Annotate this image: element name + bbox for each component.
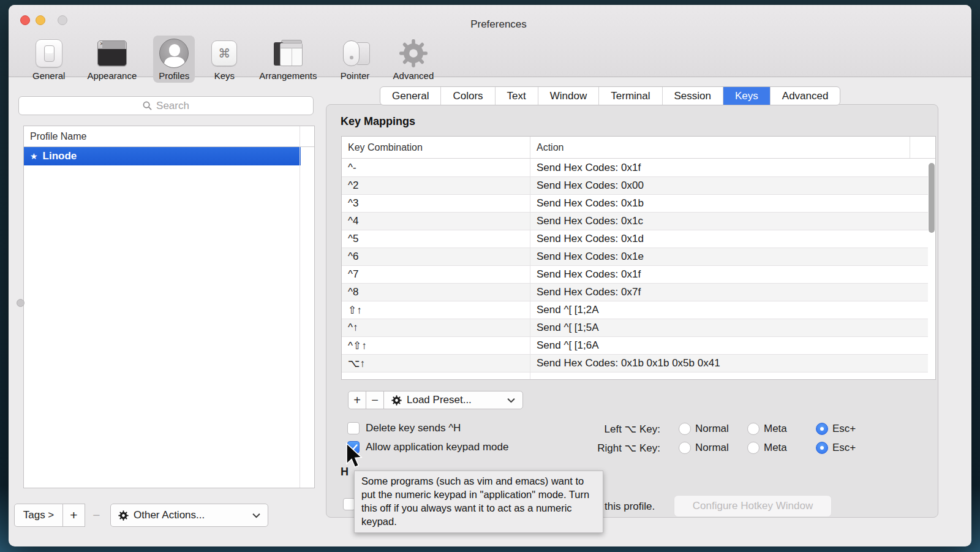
chevron-down-icon	[252, 513, 260, 518]
tab-keys[interactable]: Keys	[723, 87, 771, 105]
search-input[interactable]: Search	[18, 96, 314, 115]
table-row[interactable]: ⇧↑Send ^[ [1;2A	[342, 301, 928, 319]
right-option-esc-label: Esc+	[832, 442, 856, 454]
tab-terminal[interactable]: Terminal	[599, 87, 662, 105]
profile-row-linode[interactable]: ★ Linode	[24, 147, 301, 165]
right-option-meta-label: Meta	[764, 442, 787, 454]
person-icon	[159, 39, 189, 68]
table-row[interactable]: ^⇧↑Send ^[ [1;6A	[342, 336, 928, 354]
left-option-key-label: Left ⌥ Key:	[605, 423, 660, 436]
left-option-normal-radio[interactable]	[679, 423, 691, 435]
tab-text[interactable]: Text	[496, 87, 538, 105]
right-option-meta-radio[interactable]	[747, 442, 760, 454]
keypad-mode-checkbox-row: Allow application keypad mode	[347, 441, 508, 453]
toolbar-item-advanced[interactable]: Advanced	[388, 36, 440, 83]
table-row[interactable]: ^5Send Hex Codes: 0x1d	[342, 230, 928, 248]
hotkey-profile-text: this profile.	[605, 501, 655, 513]
table-row-partial	[342, 372, 928, 380]
column-action[interactable]: Action	[530, 142, 910, 153]
table-row[interactable]: ^-Send Hex Codes: 0x1f	[342, 159, 928, 176]
remove-mapping-button[interactable]: −	[366, 391, 384, 409]
column-key-combination[interactable]: Key Combination	[342, 137, 530, 158]
right-option-normal-radio[interactable]	[679, 442, 691, 454]
left-option-normal-label: Normal	[695, 423, 729, 435]
terminal-window-icon	[97, 39, 127, 68]
keypad-mode-label: Allow application keypad mode	[366, 441, 508, 453]
key-mappings-table: Key Combination Action ^-Send Hex Codes:…	[341, 136, 936, 380]
delete-key-sends-label: Delete key sends ^H	[366, 422, 461, 434]
chevron-down-icon	[507, 398, 515, 403]
left-option-key-row: Left ⌥ Key: Normal Meta Esc+	[582, 422, 864, 436]
toolbar-item-pointer[interactable]: Pointer	[334, 36, 377, 83]
table-row[interactable]: ⌥↑Send Hex Codes: 0x1b 0x1b 0x5b 0x41	[342, 354, 928, 372]
preferences-toolbar: General Appearance Profiles ⌘ Keys	[27, 36, 439, 83]
action-gear-icon	[118, 510, 129, 521]
left-option-meta-radio[interactable]	[747, 423, 760, 435]
table-row[interactable]: ^4Send Hex Codes: 0x1c	[342, 212, 928, 230]
gear-icon	[399, 39, 428, 68]
left-option-esc-radio[interactable]	[816, 423, 828, 435]
mouse-icon	[339, 39, 371, 68]
remove-profile-button-disabled: −	[85, 504, 108, 527]
key-mappings-table-header: Key Combination Action	[342, 137, 935, 159]
keypad-mode-tooltip: Some programs (such as vim and emacs) wa…	[354, 471, 603, 533]
toolbar-item-keys[interactable]: ⌘ Keys	[206, 36, 243, 83]
tab-general[interactable]: General	[380, 87, 441, 105]
table-row[interactable]: ^6Send Hex Codes: 0x1e	[342, 248, 928, 265]
toolbar-item-general[interactable]: General	[27, 36, 70, 83]
splitter-handle[interactable]	[17, 299, 24, 307]
hotkey-checkbox-partial[interactable]	[343, 498, 355, 510]
profile-list: Profile Name ★ Linode	[23, 126, 315, 488]
table-row[interactable]: ^8Send Hex Codes: 0x7f	[342, 283, 928, 301]
profile-tabs: General Colors Text Window Terminal Sess…	[380, 86, 840, 105]
mouse-cursor-icon	[345, 442, 363, 470]
tab-session[interactable]: Session	[663, 87, 723, 105]
other-actions-dropdown[interactable]: Other Actions...	[110, 504, 268, 527]
window-chrome: Preferences General Appearance Profiles …	[9, 5, 971, 77]
left-option-esc-label: Esc+	[832, 423, 856, 435]
windows-icon	[273, 39, 303, 68]
load-preset-dropdown[interactable]: Load Preset...	[383, 391, 523, 409]
default-profile-star-icon: ★	[30, 151, 38, 161]
delete-key-sends-checkbox[interactable]	[347, 422, 360, 434]
right-option-key-label: Right ⌥ Key:	[597, 442, 660, 455]
desktop-background: Preferences General Appearance Profiles …	[0, 0, 980, 552]
add-mapping-button[interactable]: +	[348, 391, 366, 409]
key-mappings-heading: Key Mappings	[341, 115, 415, 128]
command-key-icon: ⌘	[211, 39, 237, 68]
table-row[interactable]: ^7Send Hex Codes: 0x1f	[342, 265, 928, 283]
load-preset-label: Load Preset...	[407, 394, 502, 406]
window-title: Preferences	[17, 18, 980, 31]
table-row[interactable]: ^↑Send ^[ [1;5A	[342, 319, 928, 336]
left-option-meta-label: Meta	[764, 423, 787, 435]
search-icon	[143, 101, 152, 110]
add-profile-button[interactable]: +	[62, 504, 85, 527]
toolbar-item-appearance[interactable]: Appearance	[81, 36, 142, 83]
tab-colors[interactable]: Colors	[441, 87, 495, 105]
key-mappings-rows: ^-Send Hex Codes: 0x1f ^2Send Hex Codes:…	[342, 159, 928, 380]
profile-list-header: Profile Name	[24, 126, 314, 147]
search-placeholder: Search	[156, 100, 189, 112]
delete-key-sends-checkbox-row: Delete key sends ^H	[347, 422, 461, 434]
action-gear-icon	[391, 395, 402, 406]
toolbar-item-arrangements[interactable]: Arrangements	[254, 36, 322, 83]
right-option-key-row: Right ⌥ Key: Normal Meta Esc+	[582, 441, 864, 455]
right-option-normal-label: Normal	[695, 442, 729, 454]
switch-icon	[36, 39, 62, 68]
tags-button[interactable]: Tags >	[14, 504, 63, 527]
table-row[interactable]: ^3Send Hex Codes: 0x1b	[342, 194, 928, 212]
table-row[interactable]: ^2Send Hex Codes: 0x00	[342, 176, 928, 194]
configure-hotkey-window-button-disabled: Configure Hotkey Window	[674, 495, 832, 517]
right-option-esc-radio[interactable]	[816, 442, 828, 454]
tab-window[interactable]: Window	[538, 87, 599, 105]
other-actions-label: Other Actions...	[134, 509, 247, 521]
toolbar-item-profiles[interactable]: Profiles	[153, 36, 195, 83]
tab-advanced[interactable]: Advanced	[771, 87, 840, 105]
profile-name: Linode	[43, 150, 77, 162]
table-scrollbar[interactable]	[929, 163, 935, 233]
